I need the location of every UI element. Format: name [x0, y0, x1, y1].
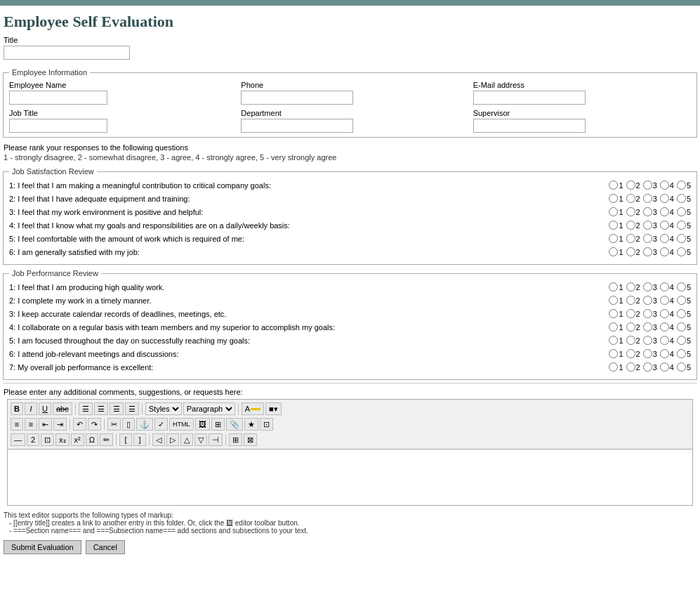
radio-3[interactable] [643, 309, 652, 318]
radio-2[interactable] [626, 207, 635, 216]
radio-1[interactable] [609, 234, 618, 243]
radio-3[interactable] [643, 362, 652, 372]
ordered-list-button[interactable]: ≡ [25, 418, 37, 431]
radio-1[interactable] [609, 221, 618, 230]
increase-indent-button[interactable]: ⇥ [53, 418, 67, 431]
table-insert-button[interactable]: ⊞ [211, 418, 225, 431]
align-center-button[interactable]: ☰ [94, 402, 108, 415]
undo-button[interactable]: ↶ [73, 418, 86, 431]
radio-5[interactable] [677, 234, 686, 243]
highlight-button[interactable]: ■▾ [265, 402, 282, 415]
radio-4[interactable] [660, 221, 669, 230]
up-button[interactable]: △ [180, 433, 193, 446]
strikethrough-button[interactable]: abc [53, 402, 72, 415]
anchor-button[interactable]: ⚓ [136, 418, 153, 431]
radio-2[interactable] [626, 349, 635, 358]
radio-1[interactable] [609, 194, 618, 203]
radio-5[interactable] [677, 309, 686, 318]
radio-4[interactable] [660, 309, 669, 318]
redo-button[interactable]: ↷ [88, 418, 101, 431]
align-right-button[interactable]: ☰ [110, 402, 124, 415]
radio-3[interactable] [643, 322, 652, 332]
radio-4[interactable] [660, 362, 669, 372]
department-input[interactable] [241, 119, 353, 133]
radio-1[interactable] [609, 309, 618, 318]
radio-3[interactable] [643, 349, 652, 358]
radio-4[interactable] [660, 247, 669, 256]
radio-1[interactable] [609, 362, 618, 372]
radio-1[interactable] [609, 322, 618, 332]
cut-button[interactable]: ✂ [107, 418, 121, 431]
paragraph-select[interactable]: Paragraph [183, 402, 235, 415]
radio-1[interactable] [609, 349, 618, 358]
italic-button[interactable]: I [25, 402, 37, 415]
radio-3[interactable] [643, 194, 652, 203]
employee-name-input[interactable] [9, 91, 107, 105]
radio-2[interactable] [626, 194, 635, 203]
radio-5[interactable] [677, 336, 686, 345]
radio-5[interactable] [677, 282, 686, 292]
radio-3[interactable] [643, 234, 652, 243]
attachment-button[interactable]: 📎 [226, 418, 243, 431]
radio-5[interactable] [677, 322, 686, 332]
checkmark-button[interactable]: ✓ [154, 418, 168, 431]
radio-3[interactable] [643, 296, 652, 305]
end-button[interactable]: ⊣ [209, 433, 223, 446]
hr-button[interactable]: — [11, 433, 25, 446]
align-justify-button[interactable]: ☰ [125, 402, 139, 415]
table-delete-button[interactable]: ⊠ [244, 433, 257, 446]
radio-4[interactable] [660, 234, 669, 243]
radio-3[interactable] [643, 247, 652, 256]
source-button[interactable]: ⊡ [260, 418, 273, 431]
omega-button[interactable]: Ω [86, 433, 98, 446]
align-left-button[interactable]: ☰ [79, 402, 93, 415]
copy-button[interactable]: ▯ [122, 418, 135, 431]
radio-4[interactable] [660, 336, 669, 345]
radio-5[interactable] [677, 296, 686, 305]
bold-button[interactable]: B [11, 402, 23, 415]
radio-4[interactable] [660, 207, 669, 216]
radio-4[interactable] [660, 296, 669, 305]
radio-5[interactable] [677, 247, 686, 256]
special-char-button[interactable]: ★ [244, 418, 258, 431]
radio-1[interactable] [609, 282, 618, 292]
radio-2[interactable] [626, 309, 635, 318]
radio-1[interactable] [609, 181, 618, 190]
html-button[interactable]: HTML [169, 418, 194, 431]
underline-button[interactable]: U [39, 402, 51, 415]
radio-3[interactable] [643, 336, 652, 345]
radio-4[interactable] [660, 349, 669, 358]
cancel-button[interactable]: Cancel [86, 540, 125, 554]
radio-1[interactable] [609, 336, 618, 345]
styles-select[interactable]: Styles [145, 402, 182, 415]
radio-4[interactable] [660, 282, 669, 292]
editor-area[interactable] [7, 450, 693, 506]
pencil-button[interactable]: ✏ [100, 433, 113, 446]
table-prop-button[interactable]: ⊞ [229, 433, 242, 446]
radio-5[interactable] [677, 362, 686, 372]
frame-button[interactable]: ⊡ [41, 433, 54, 446]
pagebreak-button[interactable]: 2 [27, 433, 39, 446]
radio-3[interactable] [643, 221, 652, 230]
radio-1[interactable] [609, 207, 618, 216]
email-input[interactable] [473, 91, 586, 105]
radio-2[interactable] [626, 247, 635, 256]
jobtitle-input[interactable] [9, 119, 107, 133]
radio-5[interactable] [677, 194, 686, 203]
radio-3[interactable] [643, 207, 652, 216]
radio-5[interactable] [677, 207, 686, 216]
phone-input[interactable] [241, 91, 353, 105]
font-color-button[interactable]: A [242, 402, 264, 415]
decrease-indent-button[interactable]: ⇤ [39, 418, 52, 431]
unordered-list-button[interactable]: ≡ [11, 418, 23, 431]
indent-dec-button[interactable]: ◁ [152, 433, 165, 446]
radio-2[interactable] [626, 296, 635, 305]
img-button[interactable]: 🖼 [195, 418, 210, 431]
radio-1[interactable] [609, 296, 618, 305]
radio-2[interactable] [626, 282, 635, 292]
radio-2[interactable] [626, 362, 635, 372]
subscript-button[interactable]: x₂ [55, 433, 70, 446]
superscript-button[interactable]: x² [71, 433, 84, 446]
radio-4[interactable] [660, 181, 669, 190]
radio-2[interactable] [626, 234, 635, 243]
